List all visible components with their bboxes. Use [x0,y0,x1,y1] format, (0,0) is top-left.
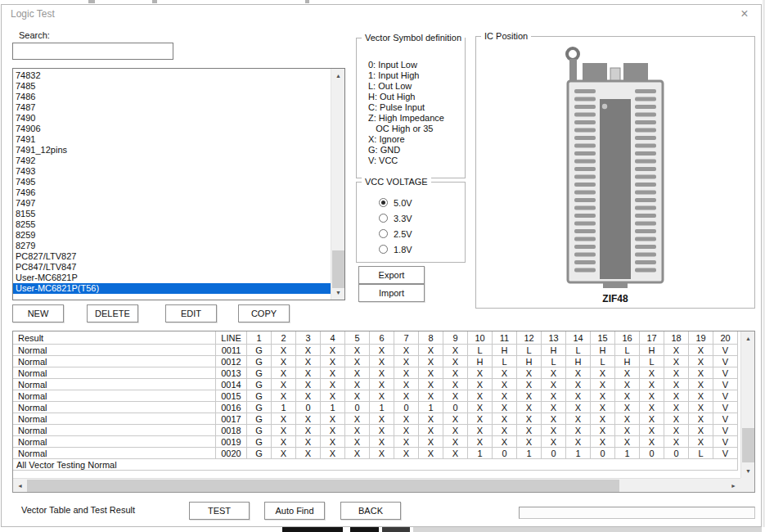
radio-icon[interactable] [379,245,388,254]
list-item[interactable]: 7491 [13,134,331,145]
column-header-pin: 9 [443,331,468,345]
value-cell: X [419,436,443,448]
value-cell: 1 [272,402,296,413]
value-cell: 0 [345,402,370,413]
value-cell: X [370,425,394,436]
value-cell: X [272,345,296,356]
list-item[interactable]: User-MC6821P [13,273,331,283]
line-cell: 0011 [216,345,247,356]
list-item[interactable]: 7496 [13,187,331,198]
value-cell: X [566,379,591,390]
list-item[interactable]: PC827/LTV827 [13,251,331,262]
auto-find-button[interactable]: Auto Find [264,502,325,520]
value-cell: X [394,390,419,402]
vector-symbol-lines: 0: Input Low1: Input HighL: Out LowH: Ou… [357,38,465,166]
list-item[interactable]: 7485 [13,81,331,92]
background-artifact [88,0,95,3]
value-cell: X [468,413,493,425]
radio-option[interactable]: 2.5V [357,226,465,241]
value-cell: X [419,425,443,436]
value-cell: X [321,425,345,436]
list-item[interactable]: 74906 [13,124,331,134]
value-cell: X [370,436,394,448]
value-cell: X [321,356,345,367]
new-button[interactable]: NEW [12,304,64,322]
value-cell: X [689,367,713,379]
edit-button[interactable]: EDIT [165,304,217,322]
radio-icon[interactable] [379,229,388,238]
list-scrollbar[interactable] [331,69,344,300]
column-header-pin: 13 [542,331,566,345]
value-cell: H [640,345,664,356]
column-header-pin: 7 [394,331,419,345]
summary-row: All Vector Testing Normal [13,459,738,471]
progress-bar [519,507,755,519]
delete-button[interactable]: DELETE [87,304,138,322]
list-item[interactable]: 8259 [13,230,331,241]
table-vertical-scrollbar[interactable] [740,331,754,478]
value-cell: X [640,379,664,390]
value-cell: 1 [517,448,542,459]
list-item[interactable]: 7490 [13,113,331,124]
value-cell: X [591,425,615,436]
value-cell: X [689,345,713,356]
close-icon[interactable]: × [735,6,754,22]
value-cell: X [517,367,542,379]
list-item[interactable]: 7486 [13,92,331,102]
value-cell: X [370,379,394,390]
scroll-left-icon[interactable] [13,479,27,493]
value-cell: X [591,367,615,379]
taskbar-item [382,527,410,532]
radio-icon[interactable] [379,198,388,207]
list-item[interactable]: 7491_12pins [13,145,331,156]
value-cell: V [713,402,738,413]
value-cell: V [713,436,738,448]
value-cell: X [345,356,370,367]
radio-option[interactable]: 1.8V [357,241,465,257]
radio-icon[interactable] [379,214,388,223]
value-cell: X [394,436,419,448]
copy-button[interactable]: COPY [238,304,290,322]
list-item[interactable]: 7495 [13,177,331,187]
line-cell: 0015 [216,390,247,402]
scroll-up-icon[interactable] [331,69,345,83]
scroll-right-icon[interactable] [727,479,740,493]
scrollbar-thumb[interactable] [332,250,345,288]
back-button[interactable]: BACK [340,502,401,520]
scrollbar-thumb[interactable] [742,428,755,462]
scrollbar-thumb[interactable] [27,480,619,492]
export-button[interactable]: Export [358,266,425,284]
value-cell: X [321,436,345,448]
radio-option[interactable]: 3.3V [357,210,465,226]
value-cell: X [640,402,664,413]
value-cell: X [272,367,296,379]
import-button[interactable]: Import [358,284,425,302]
list-item[interactable]: 8155 [13,209,331,219]
list-item[interactable]: 8255 [13,219,331,230]
scroll-down-icon[interactable] [741,464,755,478]
value-cell: X [566,402,591,413]
value-cell: V [713,390,738,402]
scroll-up-icon[interactable] [741,331,755,345]
list-item[interactable]: 7487 [13,102,331,113]
list-item[interactable]: 7492 [13,156,331,166]
list-item[interactable]: User-MC6821P(T56) [13,283,331,294]
test-button[interactable]: TEST [189,502,250,520]
value-cell: X [493,436,517,448]
value-cell: X [542,402,566,413]
result-cell: Normal [13,448,216,459]
value-cell: X [542,390,566,402]
radio-label: 5.0V [394,198,412,208]
value-cell: X [345,390,370,402]
list-item[interactable]: 7497 [13,198,331,209]
list-item[interactable]: PC847/LTV847 [13,262,331,273]
result-cell: Normal [13,356,216,367]
search-input[interactable] [12,43,173,60]
list-item[interactable]: 74832 [13,70,331,81]
radio-option[interactable]: 5.0V [357,195,465,210]
scroll-down-icon[interactable] [331,286,345,300]
list-item[interactable]: 8279 [13,241,331,251]
table-horizontal-scrollbar[interactable] [13,478,740,492]
list-item[interactable]: 7493 [13,166,331,177]
value-cell: X [272,379,296,390]
